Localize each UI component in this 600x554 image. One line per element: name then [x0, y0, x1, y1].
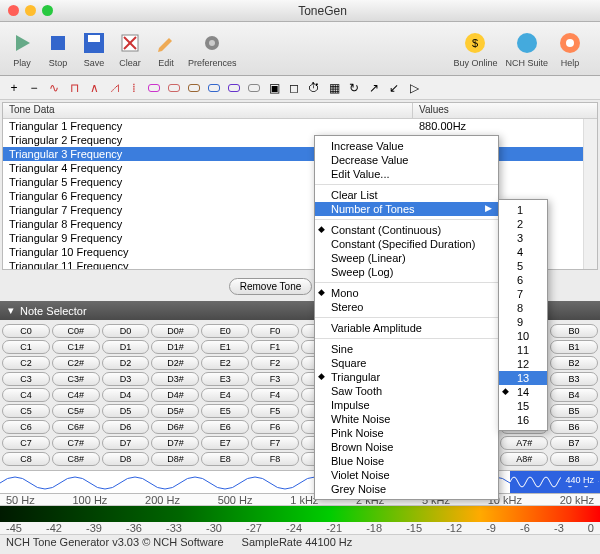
note-button[interactable]: D8#	[151, 452, 199, 466]
menu-item[interactable]: Decrease Value	[315, 153, 498, 167]
note-button[interactable]: A8#	[500, 452, 548, 466]
note-button[interactable]: C3	[2, 372, 50, 386]
edit-button[interactable]: Edit	[152, 29, 180, 68]
note-button[interactable]: C0	[2, 324, 50, 338]
note-button[interactable]: C7#	[52, 436, 100, 450]
note-button[interactable]: C1	[2, 340, 50, 354]
note-button[interactable]: D1	[102, 340, 150, 354]
note-button[interactable]: C0#	[52, 324, 100, 338]
help-button[interactable]: Help	[556, 29, 584, 68]
submenu-item[interactable]: 3	[499, 231, 547, 245]
note-button[interactable]: D3	[102, 372, 150, 386]
triangle-wave-icon[interactable]: ∧	[86, 81, 102, 95]
square-wave-icon[interactable]: ⊓	[66, 81, 82, 95]
submenu-item[interactable]: 12	[499, 357, 547, 371]
submenu-item[interactable]: 9	[499, 315, 547, 329]
minus-icon[interactable]: −	[26, 81, 42, 95]
note-button[interactable]: F7	[251, 436, 299, 450]
noise3-icon[interactable]	[186, 81, 202, 95]
submenu-item[interactable]: 10	[499, 329, 547, 343]
note-button[interactable]: F1	[251, 340, 299, 354]
note-button[interactable]: C8#	[52, 452, 100, 466]
note-button[interactable]: E4	[201, 388, 249, 402]
clear-button[interactable]: Clear	[116, 29, 144, 68]
submenu-item[interactable]: 6	[499, 273, 547, 287]
note-button[interactable]: D2#	[151, 356, 199, 370]
note-button[interactable]: E8	[201, 452, 249, 466]
grid-icon[interactable]: ▦	[326, 81, 342, 95]
note-button[interactable]: B8	[550, 452, 598, 466]
note-button[interactable]: E5	[201, 404, 249, 418]
submenu-item[interactable]: 2	[499, 217, 547, 231]
note-button[interactable]: B7	[550, 436, 598, 450]
submenu-item[interactable]: 11	[499, 343, 547, 357]
note-button[interactable]: D6#	[151, 420, 199, 434]
note-button[interactable]: E3	[201, 372, 249, 386]
note-button[interactable]: C4#	[52, 388, 100, 402]
menu-item[interactable]: Sweep (Log)	[315, 265, 498, 279]
menu-item[interactable]: Number of Tones▶	[315, 202, 498, 216]
flag-icon[interactable]: ▷	[406, 81, 422, 95]
note-button[interactable]: D7#	[151, 436, 199, 450]
impulse-icon[interactable]: ⁞	[126, 81, 142, 95]
close-button[interactable]	[8, 5, 19, 16]
crop2-icon[interactable]: ◻	[286, 81, 302, 95]
note-button[interactable]: C3#	[52, 372, 100, 386]
note-button[interactable]: B5	[550, 404, 598, 418]
submenu-item[interactable]: 13	[499, 371, 547, 385]
menu-item[interactable]: Grey Noise	[315, 482, 498, 496]
note-button[interactable]: C2	[2, 356, 50, 370]
minimize-button[interactable]	[25, 5, 36, 16]
menu-item[interactable]: Triangular◆	[315, 370, 498, 384]
menu-item[interactable]: Mono◆	[315, 286, 498, 300]
note-button[interactable]: D0#	[151, 324, 199, 338]
noise2-icon[interactable]	[166, 81, 182, 95]
scrollbar-vertical[interactable]	[583, 119, 597, 269]
submenu-item[interactable]: 14◆	[499, 385, 547, 399]
menu-item[interactable]: White Noise	[315, 412, 498, 426]
note-button[interactable]: C4	[2, 388, 50, 402]
table-row[interactable]: Triangular 5 Frequency	[3, 175, 597, 189]
nch-suite-button[interactable]: NCH Suite	[505, 29, 548, 68]
table-row[interactable]: Triangular 4 Frequency	[3, 161, 597, 175]
menu-item[interactable]: Constant (Specified Duration)	[315, 237, 498, 251]
submenu-item[interactable]: 5	[499, 259, 547, 273]
stop-button[interactable]: Stop	[44, 29, 72, 68]
noise6-icon[interactable]	[246, 81, 262, 95]
menu-item[interactable]: Square	[315, 356, 498, 370]
note-button[interactable]: F6	[251, 420, 299, 434]
save-button[interactable]: Save	[80, 29, 108, 68]
note-button[interactable]: E6	[201, 420, 249, 434]
submenu-item[interactable]: 7	[499, 287, 547, 301]
table-row[interactable]: Triangular 1 Frequency880.00Hz	[3, 119, 597, 133]
note-button[interactable]: C6#	[52, 420, 100, 434]
menu-item[interactable]: Blue Noise	[315, 454, 498, 468]
menu-item[interactable]: Pink Noise	[315, 426, 498, 440]
noise4-icon[interactable]	[206, 81, 222, 95]
note-button[interactable]: B6	[550, 420, 598, 434]
note-button[interactable]: A7#	[500, 436, 548, 450]
note-button[interactable]: D5	[102, 404, 150, 418]
menu-item[interactable]: Saw Tooth	[315, 384, 498, 398]
note-button[interactable]: C7	[2, 436, 50, 450]
note-button[interactable]: F5	[251, 404, 299, 418]
note-button[interactable]: F4	[251, 388, 299, 402]
note-button[interactable]: D2	[102, 356, 150, 370]
note-button[interactable]: D4#	[151, 388, 199, 402]
note-button[interactable]: D1#	[151, 340, 199, 354]
submenu-item[interactable]: 8	[499, 301, 547, 315]
note-button[interactable]: D4	[102, 388, 150, 402]
note-button[interactable]: B0	[550, 324, 598, 338]
note-button[interactable]: C5#	[52, 404, 100, 418]
menu-item[interactable]: Stereo	[315, 300, 498, 314]
note-button[interactable]: B4	[550, 388, 598, 402]
table-row[interactable]: Triangular 2 Frequency440.00Hz	[3, 133, 597, 147]
maximize-button[interactable]	[42, 5, 53, 16]
menu-item[interactable]: Variable Amplitude	[315, 321, 498, 335]
note-button[interactable]: B1	[550, 340, 598, 354]
submenu-item[interactable]: 4	[499, 245, 547, 259]
menu-item[interactable]: Impulse	[315, 398, 498, 412]
stopwatch-icon[interactable]: ⏱	[306, 81, 322, 95]
submenu-item[interactable]: 15	[499, 399, 547, 413]
menu-item[interactable]: Clear List	[315, 188, 498, 202]
